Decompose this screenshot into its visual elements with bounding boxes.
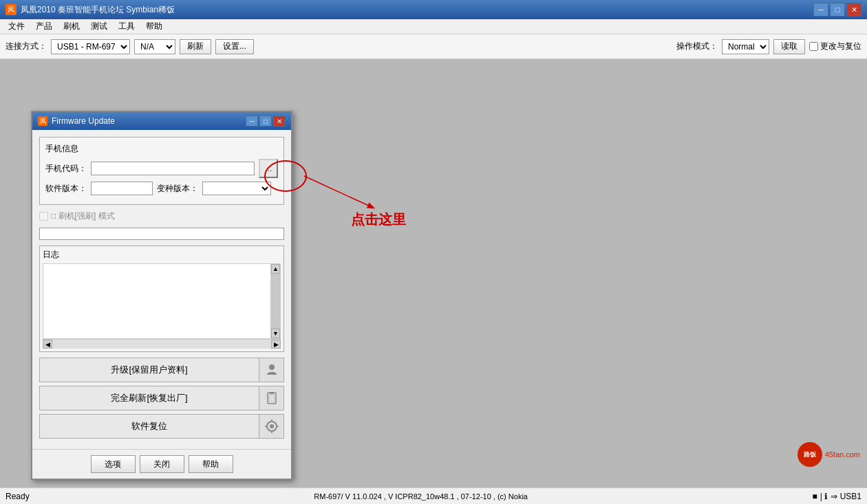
phone-code-input[interactable]	[91, 162, 255, 175]
connection-select[interactable]: USB1 - RM-697	[51, 39, 130, 54]
na-select[interactable]: N/A	[134, 39, 175, 54]
status-icon-usb: ⇒ USB1	[831, 492, 861, 501]
dialog-maximize[interactable]: □	[259, 116, 272, 127]
phone-code-label: 手机代码：	[45, 163, 87, 175]
menu-product[interactable]: 产品	[30, 19, 58, 34]
dialog-title-text: Firmware Update	[52, 116, 115, 126]
log-title: 日志	[43, 249, 281, 261]
main-area: 凤 Firmware Update ─ □ ✕ 手机信息 手机代码： … 软件版…	[0, 59, 867, 487]
menu-test[interactable]: 测试	[85, 19, 113, 34]
title-bar: 凤 凤凰2010 奏班智能手机论坛 Symbian稀饭 ─ □ ✕	[0, 0, 867, 19]
status-info: RM-697/ V 11.0.024 , V ICPR82_10w48.1 , …	[314, 492, 528, 501]
help-button[interactable]: 帮助	[189, 455, 233, 473]
phone-info-group: 手机信息 手机代码： … 软件版本： 变种版本：	[39, 137, 284, 205]
menu-flash[interactable]: 刷机	[58, 19, 85, 34]
status-bar: Ready RM-697/ V 11.0.024 , V ICPR82_10w4…	[0, 487, 867, 504]
window-controls: ─ □ ✕	[813, 3, 861, 17]
sw-version-label: 软件版本：	[45, 183, 87, 195]
scrollbar-left[interactable]: ◀	[43, 340, 52, 349]
app-icon: 凤	[6, 4, 17, 15]
progress-bar	[39, 228, 284, 240]
firmware-dialog: 凤 Firmware Update ─ □ ✕ 手机信息 手机代码： … 软件版…	[31, 111, 292, 480]
menu-bar: 文件 产品 刷机 测试 工具 帮助	[0, 19, 867, 34]
phone-info-title: 手机信息	[45, 143, 278, 155]
close-button[interactable]: ✕	[846, 3, 861, 17]
dialog-close[interactable]: ✕	[273, 116, 286, 127]
menu-tools[interactable]: 工具	[113, 19, 140, 34]
flash-mode-label: □ 刷机[强刷] 模式	[51, 210, 115, 222]
scrollbar-right[interactable]: ▶	[271, 340, 281, 349]
operation-label: 操作模式：	[676, 41, 718, 52]
flash-mode-row: □ 刷机[强刷] 模式	[39, 210, 284, 222]
settings-button[interactable]: 设置...	[215, 39, 254, 54]
variant-select[interactable]	[202, 182, 271, 195]
log-text-area[interactable]: ▲ ▼	[43, 263, 281, 339]
dialog-title-bar: 凤 Firmware Update ─ □ ✕	[32, 112, 291, 130]
connection-label: 连接方式：	[6, 41, 47, 52]
dialog-footer: 选项 关闭 帮助	[32, 449, 291, 479]
status-ready: Ready	[6, 492, 30, 501]
dialog-minimize[interactable]: ─	[246, 116, 258, 127]
operation-select[interactable]: Normal	[722, 39, 769, 54]
reset-checkbox[interactable]: 更改与复位	[809, 41, 861, 52]
reset-btn-row: 软件复位	[39, 414, 284, 439]
sw-version-row: 软件版本： 变种版本：	[45, 182, 278, 195]
svg-rect-3	[270, 392, 274, 394]
flash-icon	[259, 386, 283, 410]
upgrade-btn-row: 升级[保留用户资料]	[39, 358, 284, 382]
svg-point-5	[270, 424, 274, 428]
close-dialog-button[interactable]: 关闭	[140, 455, 184, 473]
software-reset-button[interactable]: 软件复位	[40, 415, 259, 438]
scrollbar-up[interactable]: ▲	[271, 264, 280, 274]
toolbar: 连接方式： USB1 - RM-697 N/A 刷新 设置... 操作模式： N…	[0, 34, 867, 59]
status-icon-info: | ℹ	[820, 492, 828, 501]
phone-code-row: 手机代码： …	[45, 159, 278, 178]
refresh-button[interactable]: 刷新	[180, 39, 211, 54]
status-icons: ■ | ℹ ⇒ USB1	[813, 492, 861, 501]
menu-file[interactable]: 文件	[3, 19, 30, 34]
reset-checkbox-label: 更改与复位	[820, 41, 861, 52]
reset-checkbox-input[interactable]	[809, 42, 818, 51]
dialog-icon: 凤	[38, 116, 47, 126]
svg-text:点击这里: 点击这里	[351, 212, 406, 227]
sw-version-input[interactable]	[91, 182, 153, 195]
watermark-text: 45fan.com	[825, 450, 860, 459]
watermark-logo: 路饭	[798, 442, 822, 467]
flash-btn-row: 完全刷新[恢复出厂]	[39, 386, 284, 410]
read-button[interactable]: 读取	[773, 39, 805, 54]
app-title: 凤凰2010 奏班智能手机论坛 Symbian稀饭	[21, 4, 175, 16]
variant-label: 变种版本：	[157, 183, 198, 195]
maximize-button[interactable]: □	[830, 3, 845, 17]
svg-point-0	[269, 364, 275, 370]
menu-help[interactable]: 帮助	[140, 19, 168, 34]
upgrade-icon	[259, 358, 283, 382]
reset-icon	[259, 415, 283, 438]
minimize-button[interactable]: ─	[813, 3, 828, 17]
log-scrollbar-h: ◀ ▶	[43, 339, 281, 349]
options-button[interactable]: 选项	[91, 455, 136, 473]
scrollbar-down[interactable]: ▼	[271, 329, 280, 338]
svg-rect-2	[269, 395, 275, 402]
log-group: 日志 ▲ ▼ ◀ ▶	[39, 245, 284, 352]
flash-mode-checkbox[interactable]	[39, 212, 48, 221]
status-icon-pause: ■	[813, 492, 817, 501]
svg-line-7	[304, 176, 372, 207]
browse-button[interactable]: …	[259, 159, 278, 178]
watermark: 路饭 45fan.com	[798, 442, 860, 467]
flash-button[interactable]: 完全刷新[恢复出厂]	[40, 386, 259, 410]
upgrade-button[interactable]: 升级[保留用户资料]	[40, 358, 259, 382]
